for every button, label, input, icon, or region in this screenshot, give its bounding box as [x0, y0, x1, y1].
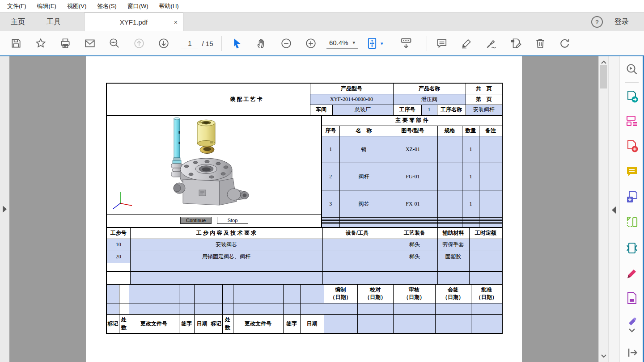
part-seq-field[interactable]: 2 [322, 163, 339, 190]
collapse-tools-panel-icon[interactable] [612, 206, 616, 214]
continue-button[interactable]: Continue [180, 217, 212, 224]
login-button[interactable]: 登录 [614, 17, 629, 27]
step-aux-field[interactable]: 劳保手套 [437, 239, 469, 251]
step-empty-row [106, 271, 502, 284]
sign-button[interactable] [479, 38, 504, 50]
part-model-field[interactable]: FX-01 [388, 190, 438, 218]
fit-page-control[interactable]: ▾ [366, 37, 383, 50]
part-spec-field[interactable] [437, 163, 462, 190]
part-qty-field[interactable]: 1 [462, 190, 479, 218]
crop-pages-icon[interactable] [625, 215, 639, 229]
more-tools-chevron-icon[interactable] [625, 327, 639, 334]
star-button[interactable] [28, 38, 53, 49]
reviewed-field[interactable] [393, 303, 435, 314]
scroll-down-icon[interactable] [600, 352, 607, 359]
rotate-page-button[interactable] [553, 38, 577, 49]
countersign-field[interactable] [435, 303, 471, 314]
select-tool-button[interactable] [225, 38, 249, 49]
process-no-field[interactable]: 1 [421, 105, 437, 115]
step-quota-field[interactable] [469, 251, 502, 263]
part-note-field[interactable] [479, 163, 502, 190]
part-seq-field[interactable]: 3 [322, 190, 339, 218]
part-spec-field[interactable] [437, 136, 462, 163]
step-no-field[interactable]: 20 [106, 251, 130, 263]
part-qty-field[interactable]: 1 [462, 163, 479, 190]
vertical-scrollbar[interactable] [598, 56, 608, 362]
expand-navigation-pane-icon[interactable] [3, 206, 7, 213]
process-name-field[interactable]: 安装阀杆 [466, 105, 502, 115]
menu-help[interactable]: 帮助(H) [154, 2, 184, 10]
tab-tools[interactable]: 工具 [36, 13, 72, 31]
part-name-field[interactable]: 阀芯 [339, 190, 388, 218]
expand-tools-panel-icon[interactable] [625, 346, 639, 359]
print-button[interactable] [53, 38, 77, 49]
product-name-field[interactable]: 泄压阀 [393, 94, 466, 105]
edit-page-button[interactable] [504, 38, 528, 49]
more-tools-pen-icon[interactable] [625, 315, 639, 326]
part-spec-field[interactable] [437, 190, 462, 218]
compress-pdf-icon[interactable] [625, 241, 639, 255]
comment-button[interactable] [430, 38, 454, 49]
part-note-field[interactable] [479, 190, 502, 218]
part-qty-field[interactable]: 1 [462, 136, 479, 163]
zoom-in-button[interactable] [298, 38, 323, 49]
tab-home[interactable]: 主页 [0, 13, 36, 31]
page-number-input[interactable] [181, 38, 198, 49]
chevron-down-icon: ▾ [381, 41, 383, 46]
hand-tool-button[interactable] [249, 38, 274, 49]
delete-page-button[interactable] [528, 38, 553, 49]
email-button[interactable] [77, 38, 102, 49]
stop-button[interactable]: Stop [217, 217, 248, 224]
scrollbar-thumb[interactable] [600, 65, 607, 88]
step-tooling-field[interactable]: 榔头 [392, 239, 437, 251]
zoom-level-control[interactable]: 60.4% ▾ [326, 38, 358, 49]
step-no-field[interactable]: 10 [106, 239, 130, 251]
part-model-field[interactable]: FG-01 [388, 163, 438, 190]
highlighter-icon [461, 38, 472, 49]
step-aux-field[interactable]: 固塑胶 [437, 251, 469, 263]
create-pdf-icon[interactable] [625, 139, 639, 153]
part-name-field[interactable]: 阀杆 [339, 163, 388, 190]
step-equipment-field[interactable] [322, 251, 392, 263]
retaining-ring [200, 146, 214, 154]
menu-window[interactable]: 窗口(W) [122, 2, 154, 10]
product-model-field[interactable]: XYF-2014-0000-00 [310, 94, 393, 105]
menu-view[interactable]: 视图(V) [62, 2, 92, 10]
document-viewport[interactable]: 装配工艺卡 产品型号 产品名称 共 页 XYF-2014-0000-00 泄压阀… [0, 56, 644, 362]
protect-pdf-icon[interactable] [625, 291, 639, 305]
compiled-field[interactable] [324, 303, 357, 314]
help-icon[interactable]: ? [591, 16, 603, 28]
next-page-button[interactable] [151, 38, 176, 49]
main-toolbar: / 15 60.4% ▾ [0, 31, 644, 55]
menu-sign[interactable]: 签名(S) [92, 2, 122, 10]
combine-files-icon[interactable] [625, 190, 639, 203]
approved-field[interactable] [471, 303, 502, 314]
step-tooling-field[interactable]: 榔头 [392, 251, 437, 263]
menu-file[interactable]: 文件(F) [2, 2, 32, 10]
proofread-field[interactable] [357, 303, 393, 314]
search-tools-icon[interactable] [625, 63, 639, 76]
save-button[interactable] [4, 38, 28, 49]
part-seq-field[interactable]: 1 [322, 136, 339, 163]
highlight-button[interactable] [454, 38, 479, 49]
search-button[interactable] [102, 38, 127, 49]
organize-pages-icon[interactable] [625, 114, 639, 127]
assembly-3d-view[interactable]: Continue Stop [106, 115, 322, 228]
part-model-field[interactable]: XZ-01 [388, 136, 438, 163]
step-equipment-field[interactable] [322, 239, 392, 251]
comment-tool-icon[interactable] [625, 165, 639, 178]
menu-edit[interactable]: 编辑(E) [32, 2, 62, 10]
step-content-field[interactable]: 用销固定阀芯、阀杆 [130, 251, 322, 263]
previous-page-button[interactable] [127, 38, 151, 49]
close-tab-icon[interactable]: × [174, 19, 178, 26]
toolbar-toggle-button[interactable] [394, 37, 419, 50]
export-pdf-icon[interactable] [625, 90, 639, 103]
part-note-field[interactable] [479, 136, 502, 163]
step-content-field[interactable]: 安装阀芯 [130, 239, 322, 251]
step-quota-field[interactable] [469, 239, 502, 251]
zoom-out-button[interactable] [274, 38, 298, 49]
part-name-field[interactable]: 销 [339, 136, 388, 163]
workshop-field[interactable]: 总装厂 [332, 105, 393, 115]
fill-and-sign-icon[interactable] [625, 266, 639, 280]
tab-document[interactable]: XYF1.pdf × [84, 13, 183, 31]
